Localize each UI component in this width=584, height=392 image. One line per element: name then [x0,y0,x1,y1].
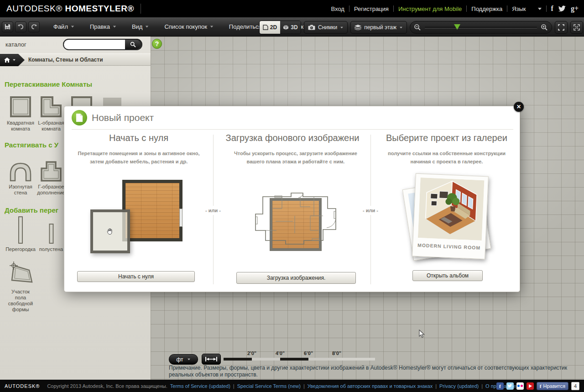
freeform-floor-icon [7,260,34,287]
home-caret-icon [13,59,16,61]
start-scratch-button[interactable]: Начать с нуля [77,271,195,282]
twitter-icon[interactable] [506,382,514,390]
fit-view-icon [558,24,564,31]
flickr-icon[interactable] [516,382,524,390]
gplus-icon[interactable]: g+ [571,5,579,13]
gallery-photo-front: MODERN LIVING ROOM [412,173,489,260]
new-project-dialog: ✕ Новый проект - или - - или - Начать с … [64,106,520,292]
or-separator: - или - [362,206,379,215]
facebook-icon[interactable]: f [551,5,553,13]
upload-image-button[interactable]: Загрузка изображения. [236,272,356,284]
floor-selector-button[interactable]: первый этаж [350,21,407,34]
save-button[interactable] [2,21,13,32]
redo-icon [31,24,37,30]
footer-link-trademarks[interactable]: Уведомления об авторских правах и товарн… [308,383,433,389]
zoom-slider[interactable] [425,27,537,28]
footer-link-privacy[interactable]: Privacy (updated) [439,383,479,389]
gallery-description: получите ссылки на собственные конструкц… [378,149,515,166]
search-box [63,39,142,50]
menu-view[interactable]: Вид [132,23,149,30]
sidebar-item-square-room[interactable]: Квадратная комната [5,95,36,132]
fullscreen-button[interactable] [570,21,583,34]
twitter-icon[interactable] [558,5,566,12]
undo-button[interactable] [15,21,26,32]
zoom-control [410,21,552,34]
search-button[interactable] [125,40,141,49]
sidebar-item-l-room[interactable]: L-образная комната [36,95,66,132]
sidebar-item-freeform-floor[interactable]: Участок пола свободной формы [5,264,36,313]
home-icon [4,57,10,63]
fit-view-button[interactable] [555,21,568,34]
search-icon [130,42,136,47]
mouse-cursor [419,329,425,339]
facebook-icon[interactable]: f [496,382,504,390]
search-input[interactable] [64,40,125,49]
living-room-illustration [418,178,485,240]
logo-autodesk: AUTODESK® [6,4,63,13]
zoom-in-icon[interactable] [541,24,548,31]
snapshots-button[interactable]: Снимки [304,21,348,34]
mobile-tool-link[interactable]: Инструмент для Mobile [398,5,462,12]
dialog-title: Новый проект [92,112,154,123]
redo-button[interactable] [28,21,40,32]
scale-segment [224,358,252,361]
units-dropdown[interactable]: фт [169,354,198,365]
sidebar-item-partition[interactable]: Перегородка [5,221,36,252]
support-link[interactable]: Поддержка [471,5,502,12]
save-icon [4,23,11,30]
floor-caret-icon [400,26,402,28]
language-link[interactable]: Язык [512,5,526,12]
scale-tick: 4'0" [270,350,290,356]
zoom-out-icon[interactable] [414,24,421,31]
upload-background-description: Чтобы ускорить процесс, загрузите изобра… [229,149,362,166]
view-3d-button[interactable]: 3D [280,21,301,34]
undo-icon [17,24,24,30]
section-title-drag-rooms: Перетаскивание Комнаты [5,80,92,88]
2d-page-icon [263,25,268,30]
home-tab[interactable] [0,54,25,66]
upload-background-heading: Загрузка фонового изображени [226,133,360,143]
zoom-slider-handle[interactable] [454,24,460,30]
logo-divider [141,4,141,14]
view-mode-toggle: 2D 3D [259,21,301,34]
open-album-button[interactable]: Открыть альбом [412,270,483,281]
top-links: Вход Регистрация Инструмент для Mobile П… [331,0,579,17]
scale-tick: 2'0" [242,350,262,356]
measure-tool-button[interactable] [202,354,221,365]
scale-segment [337,358,375,361]
footer-social-icons: f f Нравится 4 [496,382,579,390]
gallery-caption-front: MODERN LIVING ROOM [413,242,485,251]
menu-bar: Файл Правка Вид Список покупок Поделитьс… [0,17,584,37]
login-link[interactable]: Вход [331,5,344,12]
sidebar-item-curved-wall[interactable]: Изогнутая стена [5,159,36,196]
facebook-like-button[interactable]: f Нравится [537,382,568,390]
language-caret-icon[interactable] [538,8,542,10]
breadcrumb: Комнаты, Стены и Области [28,57,103,63]
view-2d-button[interactable]: 2D [260,21,280,34]
snapshots-caret-icon [340,26,343,28]
menu-file[interactable]: Файл [53,23,74,30]
register-link[interactable]: Регистрация [354,5,389,12]
sidebar-item-halfwall[interactable]: полустена [36,221,66,252]
curved-wall-icon [9,161,32,182]
menu-edit[interactable]: Правка [90,23,116,30]
logo-homestyler: HOMESTYLER® [65,4,134,13]
help-button[interactable]: ? [152,39,162,49]
menu-caret-icon [210,26,213,28]
scale-tick: 8'0" [327,350,347,356]
footer-link-special-terms[interactable]: Special Service Terms (new) [237,383,301,389]
partition-icon [17,216,24,244]
start-scratch-heading: Начать с нуля [109,133,168,143]
menu-shopping-list[interactable]: Список покупок [164,23,213,30]
youtube-icon[interactable] [527,382,534,390]
like-count-badge: 4 [571,382,579,390]
scale-tick: 6'0" [298,350,318,356]
sidebar-item-g-addition[interactable]: Г-образное дополнение [36,159,66,196]
units-caret-icon [188,359,190,361]
section-title-stretch: Растягивать с У [5,141,58,149]
or-separator: - или - [204,206,222,215]
fullscreen-icon [574,24,580,31]
footer-link-tos[interactable]: Terms of Service (updated) [170,383,230,389]
close-icon[interactable]: ✕ [514,102,524,112]
floorplan-illustration [249,188,345,256]
